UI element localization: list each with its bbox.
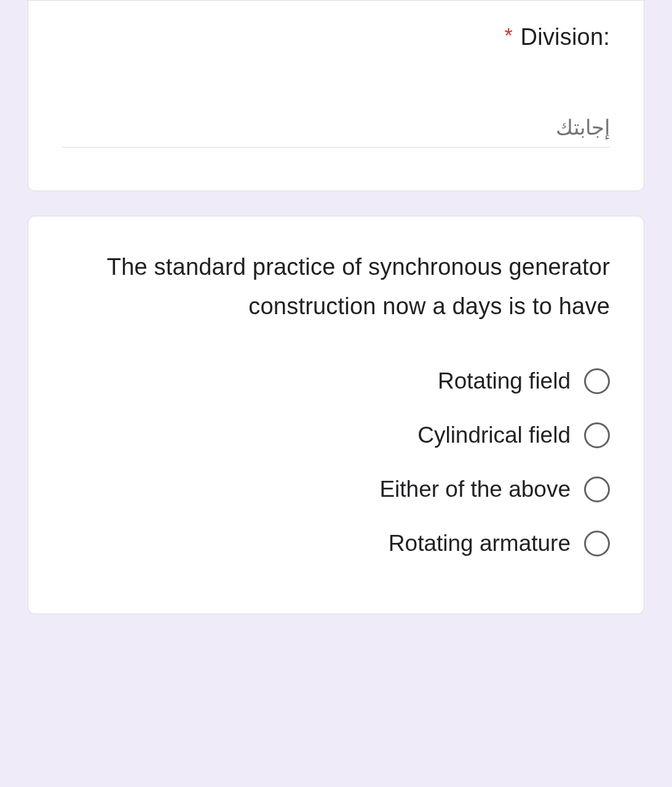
option-label: Cylindrical field — [417, 422, 571, 448]
radio-icon — [584, 477, 610, 502]
question-card-mcq: The standard practice of synchronous gen… — [28, 216, 644, 614]
radio-icon — [584, 531, 610, 556]
option-either-above[interactable]: Either of the above — [62, 462, 610, 516]
radio-icon — [584, 368, 610, 394]
option-label: Rotating armature — [389, 531, 571, 556]
question-label: :Division — [521, 24, 610, 50]
required-asterisk: * — [504, 23, 512, 47]
question-title-mcq: The standard practice of synchronous gen… — [62, 247, 610, 326]
option-rotating-armature[interactable]: Rotating armature — [62, 516, 610, 571]
option-label: Rotating field — [438, 368, 571, 394]
division-answer-input[interactable] — [62, 111, 610, 148]
option-rotating-field[interactable]: Rotating field — [62, 354, 610, 408]
question-title-division: :Division * — [62, 19, 610, 55]
option-cylindrical-field[interactable]: Cylindrical field — [62, 408, 610, 462]
option-label: Either of the above — [379, 477, 571, 502]
radio-icon — [584, 422, 610, 448]
options-group: Rotating field Cylindrical field Either … — [62, 354, 610, 571]
question-card-division: :Division * — [28, 0, 644, 191]
